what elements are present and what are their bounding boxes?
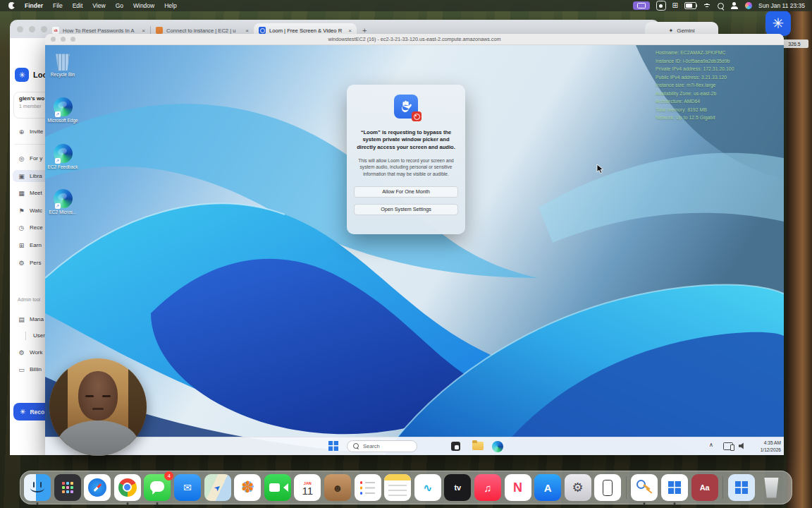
dock-calendar-icon[interactable]: JAN11 xyxy=(294,474,321,501)
allow-for-one-month-button[interactable]: Allow For One Month xyxy=(354,186,458,198)
hidden-icons-chevron[interactable]: ∧ xyxy=(709,442,713,448)
record-button-label: Reco xyxy=(30,409,44,416)
mouse-cursor xyxy=(596,164,604,177)
dock-facetime-icon[interactable] xyxy=(264,474,291,501)
clock-icon: ◷ xyxy=(18,224,25,231)
remote-window-titlebar[interactable]: windowstestEC2 (16) - ec2-3-21-33-120.us… xyxy=(45,34,784,45)
minimize-window-button[interactable] xyxy=(29,26,35,32)
ec2-memory: Total memory: 8192 MB xyxy=(656,106,780,114)
tab-title: How To Reset Passwords In A xyxy=(63,28,138,34)
tab-favicon xyxy=(156,27,163,34)
menu-window[interactable]: Window xyxy=(133,2,154,9)
ec2-availability-zone: Availability Zone: us-east-2b xyxy=(656,90,780,98)
siri-icon[interactable] xyxy=(745,2,752,9)
dock-windows-shortcut-icon[interactable] xyxy=(728,474,755,501)
dock-system-settings-icon[interactable]: ⚙ xyxy=(565,474,591,501)
menu-edit[interactable]: Edit xyxy=(73,2,83,9)
speaker-tray-icon[interactable] xyxy=(739,442,746,449)
desktop-icon-ec2-microsoft[interactable]: ↗ EC2 Micros... xyxy=(45,189,82,215)
apple-menu-icon[interactable] xyxy=(8,2,15,9)
desktop-icon-ec2-feedback[interactable]: ↗ EC2 Feedback xyxy=(45,144,82,170)
close-tab-icon[interactable]: × xyxy=(142,28,145,34)
desktop-icon-microsoft-edge[interactable]: ↗ Microsoft Edge xyxy=(45,97,82,123)
dock-photos-icon[interactable]: ✽✽ xyxy=(234,474,261,501)
dock-iphone-mirroring-icon[interactable] xyxy=(594,474,621,501)
loom-app-icon[interactable]: ✳ xyxy=(765,11,791,36)
ec2-private-ip: Private IPv4 address: 172.31.20.100 xyxy=(656,65,780,73)
window-tiling-icon[interactable]: ⊞ xyxy=(672,2,678,9)
taskbar-date: 1/12/2026 xyxy=(751,447,781,454)
sidebar-item-label: Earn xyxy=(30,242,42,248)
menu-finder[interactable]: Finder xyxy=(25,2,43,9)
dock-finder-icon[interactable] xyxy=(24,474,51,501)
dock-passwords-icon[interactable] xyxy=(631,474,658,501)
dock-news-icon[interactable]: N xyxy=(505,474,531,501)
menu-go[interactable]: Go xyxy=(116,2,123,9)
sidebar-item-label: Rece xyxy=(30,224,43,231)
loom-logo: ✳ Loo xyxy=(15,68,47,82)
dock-launchpad-icon[interactable] xyxy=(54,474,81,501)
sidebar-item-label: Meet xyxy=(30,190,42,196)
network-devices-tray-icon[interactable] xyxy=(723,442,733,450)
dock-separator xyxy=(722,476,723,499)
loom-record-icon: ✳ xyxy=(20,408,25,416)
battery-icon[interactable] xyxy=(684,2,696,9)
file-explorer-button[interactable] xyxy=(472,442,484,450)
sidebar-item-label: For y xyxy=(30,155,42,162)
record-badge-icon xyxy=(412,111,422,121)
open-system-settings-button[interactable]: Open System Settings xyxy=(354,204,458,215)
search-placeholder: Search xyxy=(363,443,380,449)
tab-title: Connect to instance | EC2 | u xyxy=(166,28,242,34)
ec2-architecture: Architecture: AMD64 xyxy=(656,97,780,106)
dock-music-icon[interactable]: ♫ xyxy=(474,474,501,501)
wifi-icon[interactable] xyxy=(703,3,711,9)
screen-sharing-status-icon[interactable] xyxy=(633,1,650,10)
menu-view[interactable]: View xyxy=(92,2,105,9)
indent-line xyxy=(25,332,26,340)
bookmark-icon: ⚑ xyxy=(18,207,25,214)
dock-apple-tv-icon[interactable]: tv xyxy=(444,474,471,501)
document-icon: ▤ xyxy=(18,316,25,323)
menu-help[interactable]: Help xyxy=(164,2,176,9)
screen-record-status-icon[interactable] xyxy=(656,1,666,11)
dock-windows-app-icon[interactable] xyxy=(661,474,688,501)
screen-privacy-hand-icon xyxy=(394,95,418,119)
dock-mail-icon[interactable]: ✉ xyxy=(174,474,201,501)
task-view-button[interactable] xyxy=(451,442,460,451)
macos-menu-bar: Finder File Edit View Go Window Help ⊞ S… xyxy=(0,0,812,11)
windows-desktop: Hostname: EC2AMAZ-3FKIFMC Instance ID: i… xyxy=(45,45,784,455)
edge-taskbar-button[interactable] xyxy=(492,441,503,452)
dock-chrome-icon[interactable] xyxy=(114,474,141,501)
close-window-button[interactable] xyxy=(17,26,23,32)
dock-safari-icon[interactable] xyxy=(84,474,111,501)
windows-search-box[interactable]: Search xyxy=(347,440,417,452)
dock-dictionary-icon[interactable]: Aa xyxy=(691,474,718,501)
dock-app-store-icon[interactable]: A xyxy=(534,474,561,501)
dock-trash-icon[interactable] xyxy=(758,474,785,501)
desktop-icon-recycle-bin[interactable]: Recycle Bin xyxy=(45,52,82,78)
dock-freeform-icon[interactable]: ∿ xyxy=(414,474,441,501)
windows-start-button[interactable] xyxy=(328,441,338,451)
dock-messages-icon[interactable]: 4 xyxy=(144,474,171,501)
menu-bar-clock[interactable]: Sun Jan 11 23:35 xyxy=(758,2,805,9)
spotlight-search-icon[interactable] xyxy=(718,3,724,9)
recycle-bin-icon xyxy=(55,52,70,71)
window-traffic-lights[interactable] xyxy=(17,26,47,32)
close-tab-icon[interactable]: × xyxy=(348,28,352,34)
tab-favicon: sk xyxy=(52,27,59,34)
user-switcher-icon[interactable] xyxy=(730,2,739,9)
taskbar-clock[interactable]: 4:35 AM 1/12/2026 xyxy=(751,440,781,453)
billing-icon: ▭ xyxy=(18,366,25,373)
dock-contacts-icon[interactable]: ☻ xyxy=(324,474,351,501)
close-tab-icon[interactable]: × xyxy=(245,28,249,34)
desktop-icon-label: EC2 Feedback xyxy=(45,164,82,170)
menu-file[interactable]: File xyxy=(53,2,63,9)
webcam-bubble[interactable] xyxy=(49,358,147,456)
sidebar-item-label: Libra xyxy=(30,173,42,179)
dock-maps-icon[interactable]: ➤ xyxy=(204,474,231,501)
taskbar-time: 4:35 AM xyxy=(751,440,781,447)
ec2-hostname: Hostname: EC2AMAZ-3FKIFMC xyxy=(656,49,780,57)
dock-reminders-icon[interactable] xyxy=(355,474,381,501)
zoom-window-button[interactable] xyxy=(41,26,47,32)
dock-notes-icon[interactable] xyxy=(384,474,411,501)
